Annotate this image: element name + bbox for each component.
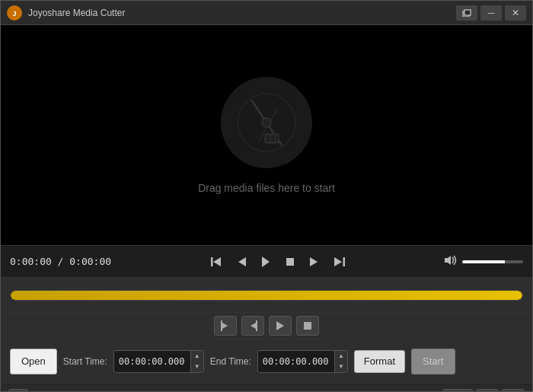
time-display: 0:00:00 / 0:00:00 xyxy=(10,256,111,267)
close-btn[interactable]: ✕ xyxy=(505,5,526,21)
open-btn[interactable]: Open xyxy=(10,349,57,374)
restore-btn[interactable] xyxy=(456,5,477,21)
svg-rect-10 xyxy=(271,135,274,142)
end-time-down[interactable]: ▼ xyxy=(335,362,347,372)
skip-back-btn[interactable] xyxy=(206,251,228,272)
volume-section xyxy=(444,254,523,269)
title-controls: ─ ✕ xyxy=(456,5,526,21)
srt-btn[interactable]: SCC xyxy=(442,389,473,393)
film-placeholder-icon xyxy=(221,77,312,168)
svg-marker-20 xyxy=(445,256,451,265)
start-time-spinner: ▲ ▼ xyxy=(190,351,203,372)
start-btn[interactable]: Start xyxy=(411,349,455,374)
svg-rect-26 xyxy=(304,322,311,330)
end-time-input[interactable] xyxy=(258,356,334,367)
list-btn[interactable] xyxy=(502,389,525,393)
app-logo: J xyxy=(7,5,22,21)
bottom-right-btns: SCC xyxy=(442,389,525,393)
minimize-btn[interactable]: ─ xyxy=(480,5,502,21)
svg-marker-25 xyxy=(276,321,284,330)
timeline-fill xyxy=(11,291,522,300)
frame-forward-btn[interactable] xyxy=(304,251,325,272)
end-time-up[interactable]: ▲ xyxy=(335,351,347,362)
frame-back-btn[interactable] xyxy=(231,251,252,272)
svg-marker-13 xyxy=(213,257,221,266)
svg-rect-21 xyxy=(221,320,222,331)
start-time-up[interactable]: ▲ xyxy=(191,351,203,362)
transport-controls xyxy=(119,251,436,272)
svg-marker-24 xyxy=(251,323,256,329)
end-time-label: End Time: xyxy=(210,356,251,367)
format-btn[interactable]: Format xyxy=(354,350,405,373)
svg-rect-12 xyxy=(211,257,213,266)
svg-rect-9 xyxy=(266,135,270,142)
start-time-down[interactable]: ▼ xyxy=(191,362,203,372)
svg-marker-15 xyxy=(262,257,270,267)
svg-rect-3 xyxy=(464,10,471,15)
video-area[interactable]: Drag media files here to start xyxy=(1,25,532,246)
bottom-bar: + Merge Segments SCC xyxy=(1,384,532,392)
end-time-spinner: ▲ ▼ xyxy=(334,351,347,372)
volume-slider[interactable] xyxy=(462,260,523,263)
svg-marker-22 xyxy=(222,323,228,329)
stop-segment-btn[interactable] xyxy=(296,316,319,336)
svg-rect-19 xyxy=(343,257,345,266)
drag-hint-text: Drag media files here to start xyxy=(198,182,335,194)
add-segment-btn[interactable]: + xyxy=(8,389,28,393)
mark-out-btn[interactable] xyxy=(241,316,264,336)
svg-marker-14 xyxy=(238,257,246,266)
svg-rect-16 xyxy=(286,258,294,266)
play-segment-btn[interactable] xyxy=(269,316,292,336)
start-time-label: Start Time: xyxy=(63,356,107,367)
stop-btn[interactable] xyxy=(279,251,301,272)
title-bar: J Joyoshare Media Cutter ─ ✕ xyxy=(1,1,532,25)
controls-row: Open Start Time: ▲ ▼ End Time: ▲ ▼ Forma… xyxy=(1,339,532,384)
transport-bar: 0:00:00 / 0:00:00 xyxy=(1,246,532,278)
svg-point-7 xyxy=(262,118,271,127)
skip-forward-btn[interactable] xyxy=(328,251,349,272)
svg-text:J: J xyxy=(12,10,16,18)
timeline-area[interactable] xyxy=(1,278,532,313)
svg-marker-17 xyxy=(310,257,318,266)
folder-btn[interactable] xyxy=(476,389,499,393)
start-time-input-wrap: ▲ ▼ xyxy=(113,350,204,373)
timeline-track[interactable] xyxy=(10,290,523,301)
end-time-input-wrap: ▲ ▼ xyxy=(257,350,348,373)
app-title: Joyoshare Media Cutter xyxy=(28,8,456,18)
start-time-input[interactable] xyxy=(114,356,190,367)
volume-icon xyxy=(444,254,458,269)
svg-rect-23 xyxy=(256,320,257,331)
svg-rect-11 xyxy=(276,135,278,142)
play-btn[interactable] xyxy=(255,251,276,272)
svg-marker-18 xyxy=(334,257,342,266)
mark-in-btn[interactable] xyxy=(214,316,237,336)
